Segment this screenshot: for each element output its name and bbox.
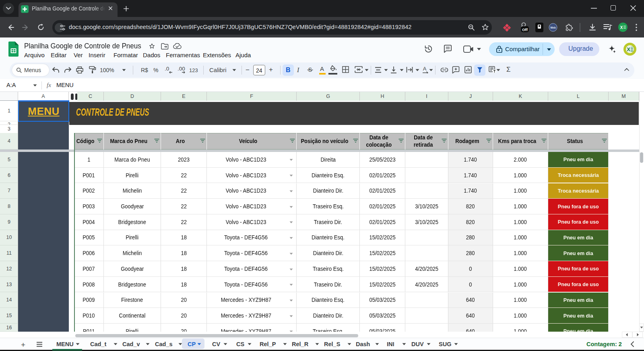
svg-text:Off: Off: [522, 27, 528, 32]
svg-text:X: X: [627, 46, 630, 52]
svg-text:A: A: [423, 66, 427, 72]
svg-text:X: X: [620, 25, 623, 30]
svg-text:Web: Web: [550, 26, 556, 29]
